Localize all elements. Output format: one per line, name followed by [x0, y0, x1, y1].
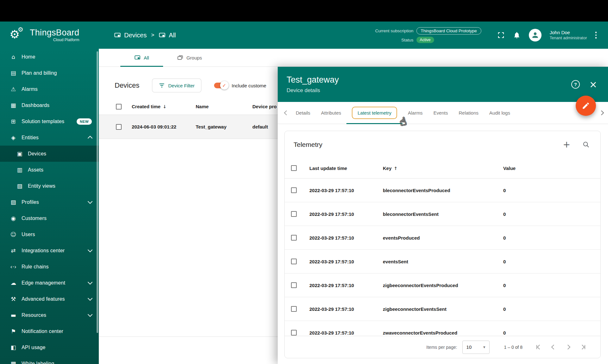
- logo-subtitle: Cloud Platform: [53, 38, 79, 42]
- table-row[interactable]: 2022-03-29 17:57:10 eventsProduced 0: [285, 226, 600, 250]
- subscription-pill[interactable]: ThingsBoard Cloud Prototype: [416, 27, 481, 35]
- breadcrumb-devices-label: Devices: [124, 32, 147, 39]
- gear-small-icon: ⚙: [18, 26, 23, 33]
- fullscreen-button[interactable]: [497, 31, 505, 39]
- select-all-checkbox[interactable]: [291, 165, 297, 171]
- customers-icon: ◉: [9, 216, 17, 221]
- device-details-drawer: Test_gateway Device details ? × Details …: [278, 67, 608, 364]
- dialog-tab-events[interactable]: Events: [428, 102, 453, 124]
- search-icon[interactable]: [582, 141, 590, 148]
- sidebar-item-resources[interactable]: ▬ Resources: [0, 307, 99, 323]
- tabs-scroll-right-icon[interactable]: [597, 111, 605, 115]
- more-menu-button[interactable]: [595, 32, 597, 39]
- dialog-tab-audit-logs[interactable]: Audit logs: [484, 102, 516, 124]
- device-filter-button[interactable]: Device Filter: [152, 78, 201, 92]
- filter-icon: [159, 82, 165, 89]
- pencil-icon: [582, 102, 590, 110]
- table-row[interactable]: 2022-03-29 17:57:10 zigbeeconnectorEvent…: [285, 297, 600, 321]
- column-key[interactable]: Key↑: [383, 166, 503, 171]
- sidebar-item-integrations-center[interactable]: ⇄ Integrations center: [0, 242, 99, 259]
- last-page-icon: [580, 345, 585, 350]
- sidebar-item-api-usage[interactable]: ◧ API usage: [0, 339, 99, 355]
- sidebar-item-assets[interactable]: ▥ Assets: [0, 162, 99, 178]
- entity-views-icon: ▧: [16, 183, 24, 189]
- rule-chains-icon: ‹·›: [9, 264, 17, 270]
- sidebar-item-devices[interactable]: ▣ Devices: [0, 146, 99, 162]
- sidebar-item-profiles[interactable]: ▨ Profiles: [0, 194, 99, 210]
- telemetry-card: Telemetry + Last update time Key↑ Value: [284, 131, 601, 358]
- tab-all[interactable]: All: [120, 49, 163, 66]
- column-value[interactable]: Value: [503, 166, 600, 171]
- table-row[interactable]: 2022-03-29 17:57:10 bleconnectorEventsPr…: [285, 179, 600, 202]
- sidebar-item-rule-chains[interactable]: ‹·› Rule chains: [0, 259, 99, 275]
- sidebar-item-home[interactable]: ⌂ Home: [0, 49, 99, 65]
- items-per-page-select[interactable]: 10 ▾: [462, 341, 490, 354]
- profiles-icon: ▨: [9, 199, 17, 205]
- sidebar-item-notification-center[interactable]: ⚑ Notification center: [0, 323, 99, 339]
- next-page-button[interactable]: [566, 345, 570, 349]
- chevron-down-icon: [88, 280, 93, 285]
- column-last-update-time[interactable]: Last update time: [309, 166, 383, 171]
- row-checkbox[interactable]: [291, 259, 297, 264]
- tabs-scroll-left-icon[interactable]: [282, 111, 290, 115]
- devices-icon: [114, 32, 121, 39]
- sidebar-item-alarms[interactable]: ⚠ Alarms: [0, 81, 99, 97]
- tab-groups[interactable]: Groups: [163, 49, 216, 66]
- help-button[interactable]: ?: [571, 80, 580, 89]
- row-checkbox[interactable]: [291, 211, 297, 217]
- avatar[interactable]: [529, 29, 542, 41]
- drawer-title: Test_gateway: [287, 75, 339, 85]
- row-checkbox[interactable]: [291, 330, 297, 336]
- include-customer-toggle[interactable]: ✓: [214, 83, 228, 88]
- dialog-tab-attributes[interactable]: Attributes: [316, 102, 346, 124]
- table-row[interactable]: 2022-03-29 17:57:10 zwaveconnectorEvents…: [285, 321, 600, 336]
- sidebar-item-users[interactable]: ☺ Users: [0, 226, 99, 242]
- sidebar-item-advanced-features[interactable]: ⚒ Advanced features: [0, 291, 99, 307]
- close-button[interactable]: ×: [589, 80, 597, 89]
- telemetry-rows: 2022-03-29 17:57:10 bleconnectorEventsPr…: [285, 179, 600, 336]
- api-usage-icon: ◧: [9, 345, 17, 350]
- dialog-tab-latest-telemetry[interactable]: Latest telemetry: [346, 102, 402, 124]
- add-telemetry-button[interactable]: +: [563, 140, 570, 149]
- thingsboard-logo[interactable]: ⚙ ⚙ ThingsBoard Cloud Platform: [0, 27, 99, 43]
- devices-icon: ▣: [16, 151, 24, 157]
- sidebar-item-customers[interactable]: ◉ Customers: [0, 210, 99, 226]
- pagination-range: 1 – 0 of 8: [504, 345, 522, 350]
- table-row[interactable]: 2022-03-29 17:57:10 zigbeeconnectorEvent…: [285, 273, 600, 297]
- sidebar-item-plan-and-billing[interactable]: ▤ Plan and billing: [0, 65, 99, 81]
- entity-group-tabbar: All Groups: [99, 49, 608, 67]
- subscription-status-block: Current subscription ThingsBoard Cloud P…: [375, 27, 481, 43]
- notifications-button[interactable]: [513, 31, 521, 39]
- first-page-button[interactable]: [536, 345, 541, 349]
- sidebar-item-solution-templates[interactable]: ⊞ Solution templates NEW: [0, 113, 99, 129]
- edit-fab-button[interactable]: [576, 96, 596, 116]
- row-checkbox[interactable]: [291, 187, 297, 193]
- breadcrumb-devices[interactable]: Devices: [114, 32, 147, 39]
- breadcrumb-all[interactable]: All: [159, 32, 176, 39]
- sidebar-item-dashboards[interactable]: ▦ Dashboards: [0, 97, 99, 113]
- last-page-button[interactable]: [580, 345, 585, 349]
- column-created-time[interactable]: Created time↓: [132, 104, 196, 109]
- sidebar-item-entity-views[interactable]: ▧ Entity views: [0, 178, 99, 194]
- row-checkbox[interactable]: [291, 282, 297, 288]
- users-icon: ☺: [9, 232, 17, 237]
- table-row[interactable]: 2022-03-29 17:57:10 eventsSent 0: [285, 250, 600, 273]
- sidebar-item-entities[interactable]: ◈ Entities: [0, 129, 99, 146]
- table-row[interactable]: 2022-03-29 17:57:10 bleconnectorEventsSe…: [285, 202, 600, 226]
- previous-page-button[interactable]: [552, 345, 555, 349]
- row-checkbox[interactable]: [116, 124, 122, 130]
- sort-asc-icon: ↑: [394, 166, 398, 171]
- row-checkbox[interactable]: [291, 306, 297, 312]
- include-customer-label: Include custome: [232, 83, 266, 88]
- sidebar-scrollbar[interactable]: [97, 51, 98, 333]
- sidebar-item-edge-management[interactable]: ☁ Edge management: [0, 275, 99, 291]
- user-role: Tenant administrator: [550, 35, 587, 41]
- dialog-tab-alarms[interactable]: Alarms: [402, 102, 428, 124]
- dialog-tab-details[interactable]: Details: [290, 102, 316, 124]
- dialog-tab-relations[interactable]: Relations: [453, 102, 484, 124]
- cell-created-time: 2024-06-03 09:01:22: [132, 124, 196, 129]
- row-checkbox[interactable]: [291, 235, 297, 241]
- select-all-checkbox[interactable]: [116, 104, 122, 110]
- sidebar-item-white-labeling[interactable]: ▩ White labeling: [0, 355, 99, 364]
- column-name[interactable]: Name: [196, 104, 252, 109]
